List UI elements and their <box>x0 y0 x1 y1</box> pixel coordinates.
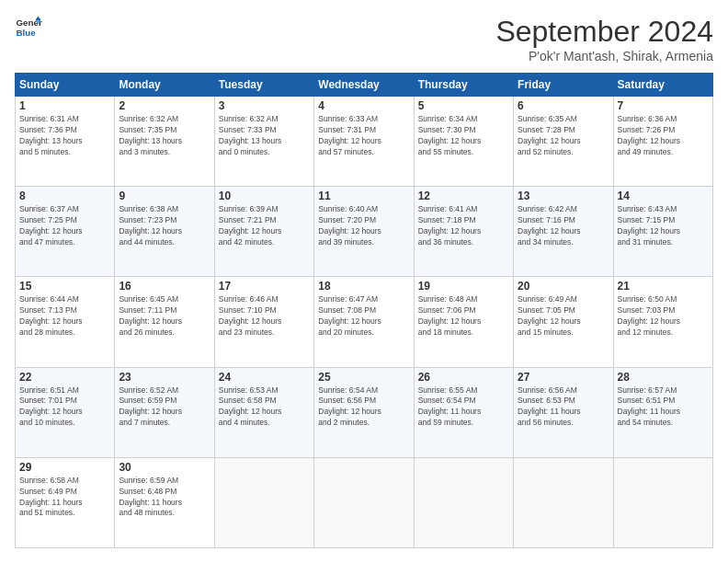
calendar-table: SundayMondayTuesdayWednesdayThursdayFrid… <box>15 73 713 548</box>
calendar-cell: 10Sunrise: 6:39 AMSunset: 7:21 PMDayligh… <box>214 187 313 277</box>
day-number: 8 <box>19 190 110 202</box>
day-info: Sunrise: 6:31 AMSunset: 7:36 PMDaylight:… <box>19 114 110 158</box>
calendar-cell: 23Sunrise: 6:52 AMSunset: 6:59 PMDayligh… <box>115 367 214 457</box>
day-number: 4 <box>318 99 409 112</box>
day-info: Sunrise: 6:42 AMSunset: 7:16 PMDaylight:… <box>518 204 609 248</box>
calendar-cell: 6Sunrise: 6:35 AMSunset: 7:28 PMDaylight… <box>514 97 613 187</box>
calendar-cell: 12Sunrise: 6:41 AMSunset: 7:18 PMDayligh… <box>414 187 513 277</box>
month-title: September 2024 <box>495 15 713 49</box>
day-info: Sunrise: 6:51 AMSunset: 7:01 PMDaylight:… <box>19 385 110 430</box>
day-info: Sunrise: 6:35 AMSunset: 7:28 PMDaylight:… <box>518 114 609 158</box>
day-number: 21 <box>618 280 709 293</box>
weekday-tuesday: Tuesday <box>214 74 313 97</box>
weekday-saturday: Saturday <box>613 74 712 97</box>
day-number: 5 <box>418 99 509 112</box>
day-number: 30 <box>119 461 210 474</box>
calendar-cell <box>514 457 613 547</box>
calendar-cell: 7Sunrise: 6:36 AMSunset: 7:26 PMDaylight… <box>613 97 712 187</box>
calendar-cell: 29Sunrise: 6:58 AMSunset: 6:49 PMDayligh… <box>16 457 115 547</box>
day-number: 29 <box>19 461 110 474</box>
day-info: Sunrise: 6:36 AMSunset: 7:26 PMDaylight:… <box>618 114 709 158</box>
weekday-friday: Friday <box>514 74 613 97</box>
day-number: 11 <box>318 190 409 202</box>
day-number: 2 <box>119 99 210 112</box>
calendar-cell: 18Sunrise: 6:47 AMSunset: 7:08 PMDayligh… <box>314 277 414 367</box>
day-info: Sunrise: 6:37 AMSunset: 7:25 PMDaylight:… <box>19 204 110 248</box>
calendar-cell: 22Sunrise: 6:51 AMSunset: 7:01 PMDayligh… <box>16 367 115 457</box>
day-number: 12 <box>418 190 509 202</box>
day-info: Sunrise: 6:54 AMSunset: 6:56 PMDaylight:… <box>318 385 409 430</box>
page: General Blue September 2024 P'ok'r Mant'… <box>0 0 728 563</box>
weekday-wednesday: Wednesday <box>314 74 414 97</box>
calendar-week-2: 8Sunrise: 6:37 AMSunset: 7:25 PMDaylight… <box>16 187 713 277</box>
day-info: Sunrise: 6:53 AMSunset: 6:58 PMDaylight:… <box>219 385 310 430</box>
calendar-cell: 25Sunrise: 6:54 AMSunset: 6:56 PMDayligh… <box>314 367 414 457</box>
calendar-cell: 2Sunrise: 6:32 AMSunset: 7:35 PMDaylight… <box>115 97 214 187</box>
calendar-cell: 26Sunrise: 6:55 AMSunset: 6:54 PMDayligh… <box>414 367 513 457</box>
calendar-cell: 5Sunrise: 6:34 AMSunset: 7:30 PMDaylight… <box>414 97 513 187</box>
calendar-cell: 27Sunrise: 6:56 AMSunset: 6:53 PMDayligh… <box>514 367 613 457</box>
day-info: Sunrise: 6:52 AMSunset: 6:59 PMDaylight:… <box>119 385 210 430</box>
day-number: 13 <box>518 190 609 202</box>
calendar-cell <box>314 457 414 547</box>
day-info: Sunrise: 6:41 AMSunset: 7:18 PMDaylight:… <box>418 204 509 248</box>
day-info: Sunrise: 6:44 AMSunset: 7:13 PMDaylight:… <box>19 294 110 339</box>
calendar-cell: 1Sunrise: 6:31 AMSunset: 7:36 PMDaylight… <box>16 97 115 187</box>
day-info: Sunrise: 6:34 AMSunset: 7:30 PMDaylight:… <box>418 114 509 158</box>
day-number: 15 <box>19 280 110 293</box>
calendar-body: 1Sunrise: 6:31 AMSunset: 7:36 PMDaylight… <box>16 97 713 548</box>
header: General Blue September 2024 P'ok'r Mant'… <box>15 15 713 63</box>
weekday-sunday: Sunday <box>16 74 115 97</box>
calendar-week-1: 1Sunrise: 6:31 AMSunset: 7:36 PMDaylight… <box>16 97 713 187</box>
day-number: 24 <box>219 371 310 384</box>
calendar-cell: 9Sunrise: 6:38 AMSunset: 7:23 PMDaylight… <box>115 187 214 277</box>
day-number: 27 <box>518 371 609 384</box>
day-number: 23 <box>119 371 210 384</box>
calendar-cell: 16Sunrise: 6:45 AMSunset: 7:11 PMDayligh… <box>115 277 214 367</box>
calendar-cell: 11Sunrise: 6:40 AMSunset: 7:20 PMDayligh… <box>314 187 414 277</box>
day-info: Sunrise: 6:32 AMSunset: 7:33 PMDaylight:… <box>219 114 310 158</box>
calendar-cell: 4Sunrise: 6:33 AMSunset: 7:31 PMDaylight… <box>314 97 414 187</box>
day-info: Sunrise: 6:50 AMSunset: 7:03 PMDaylight:… <box>618 294 709 339</box>
day-info: Sunrise: 6:32 AMSunset: 7:35 PMDaylight:… <box>119 114 210 158</box>
day-number: 26 <box>418 371 509 384</box>
title-block: September 2024 P'ok'r Mant'ash, Shirak, … <box>495 15 713 63</box>
day-info: Sunrise: 6:33 AMSunset: 7:31 PMDaylight:… <box>318 114 409 158</box>
calendar-cell: 8Sunrise: 6:37 AMSunset: 7:25 PMDaylight… <box>16 187 115 277</box>
subtitle: P'ok'r Mant'ash, Shirak, Armenia <box>495 49 713 63</box>
calendar-cell: 24Sunrise: 6:53 AMSunset: 6:58 PMDayligh… <box>214 367 313 457</box>
day-number: 3 <box>219 99 310 112</box>
day-number: 7 <box>618 99 709 112</box>
day-number: 19 <box>418 280 509 293</box>
day-info: Sunrise: 6:56 AMSunset: 6:53 PMDaylight:… <box>518 385 609 430</box>
weekday-thursday: Thursday <box>414 74 513 97</box>
day-info: Sunrise: 6:38 AMSunset: 7:23 PMDaylight:… <box>119 204 210 248</box>
day-number: 17 <box>219 280 310 293</box>
day-number: 14 <box>618 190 709 202</box>
calendar-week-3: 15Sunrise: 6:44 AMSunset: 7:13 PMDayligh… <box>16 277 713 367</box>
day-number: 16 <box>119 280 210 293</box>
calendar-cell: 17Sunrise: 6:46 AMSunset: 7:10 PMDayligh… <box>214 277 313 367</box>
day-info: Sunrise: 6:46 AMSunset: 7:10 PMDaylight:… <box>219 294 310 339</box>
logo-icon: General Blue <box>15 15 42 42</box>
day-number: 28 <box>618 371 709 384</box>
svg-text:Blue: Blue <box>17 28 37 38</box>
calendar-cell: 28Sunrise: 6:57 AMSunset: 6:51 PMDayligh… <box>613 367 712 457</box>
day-info: Sunrise: 6:47 AMSunset: 7:08 PMDaylight:… <box>318 294 409 339</box>
calendar-cell: 14Sunrise: 6:43 AMSunset: 7:15 PMDayligh… <box>613 187 712 277</box>
logo: General Blue <box>15 15 42 42</box>
day-info: Sunrise: 6:45 AMSunset: 7:11 PMDaylight:… <box>119 294 210 339</box>
calendar-week-4: 22Sunrise: 6:51 AMSunset: 7:01 PMDayligh… <box>16 367 713 457</box>
day-number: 25 <box>318 371 409 384</box>
calendar-cell: 20Sunrise: 6:49 AMSunset: 7:05 PMDayligh… <box>514 277 613 367</box>
calendar-cell: 15Sunrise: 6:44 AMSunset: 7:13 PMDayligh… <box>16 277 115 367</box>
day-info: Sunrise: 6:49 AMSunset: 7:05 PMDaylight:… <box>518 294 609 339</box>
day-info: Sunrise: 6:39 AMSunset: 7:21 PMDaylight:… <box>219 204 310 248</box>
calendar-cell: 21Sunrise: 6:50 AMSunset: 7:03 PMDayligh… <box>613 277 712 367</box>
calendar-cell <box>214 457 313 547</box>
day-info: Sunrise: 6:59 AMSunset: 6:48 PMDaylight:… <box>119 476 210 520</box>
calendar-cell <box>613 457 712 547</box>
day-number: 10 <box>219 190 310 202</box>
weekday-monday: Monday <box>115 74 214 97</box>
day-number: 1 <box>19 99 110 112</box>
